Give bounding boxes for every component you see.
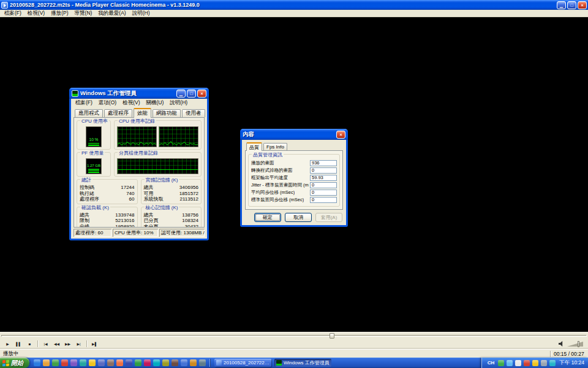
volume-slider[interactable] <box>567 340 583 347</box>
pf-meter-fill <box>88 168 99 173</box>
jitter-field[interactable]: 0 <box>310 182 337 188</box>
field-label: 播放的畫面 <box>251 160 274 166</box>
frames-played-field[interactable]: 936 <box>310 160 337 166</box>
frame-rate-field[interactable]: 59.93 <box>310 175 337 181</box>
status-commit-charge: 認可使用: 1308MB / 5090MB <box>159 229 205 237</box>
std-sync-offset-field[interactable]: 0 <box>310 197 337 203</box>
quicklaunch-icon[interactable] <box>153 359 160 366</box>
stat-row: 未分頁30432 <box>143 224 200 228</box>
fast-forward-button[interactable]: ▶▶ <box>62 340 73 348</box>
frames-dropped-field[interactable]: 0 <box>310 167 337 174</box>
frame-step-button[interactable]: ▶▌ <box>89 340 100 348</box>
play-button[interactable]: ▶ <box>2 340 13 348</box>
quicklaunch-icon[interactable] <box>107 359 114 366</box>
tab-networking[interactable]: 網路功能 <box>153 109 181 117</box>
volume-wedge <box>567 342 583 347</box>
pause-button[interactable]: ▌▌ <box>13 340 24 348</box>
volume-icon[interactable] <box>559 341 565 347</box>
tab-applications[interactable]: 應用程式 <box>75 109 103 117</box>
rewind-button[interactable]: ◀◀ <box>51 340 62 348</box>
quicklaunch-icon[interactable] <box>43 359 50 366</box>
skip-forward-button[interactable]: ▶| <box>74 340 84 348</box>
maximize-button[interactable]: □ <box>567 1 576 9</box>
mpc-window-title: 20100528_202722.m2ts - Media Player Clas… <box>10 2 555 8</box>
stat-value: 740 <box>126 191 134 197</box>
avg-sync-offset-field[interactable]: 0 <box>310 190 337 196</box>
taskmgr-menu-options[interactable]: 選項(O) <box>96 99 119 107</box>
tab-users[interactable]: 使用者 <box>182 109 205 117</box>
mpc-titlebar[interactable]: 20100528_202722.m2ts - Media Player Clas… <box>0 0 588 10</box>
quicklaunch-icon[interactable] <box>80 359 86 366</box>
taskmgr-maximize-button[interactable]: □ <box>187 90 196 98</box>
pf-history-graph <box>117 158 198 174</box>
quicklaunch-icon[interactable] <box>61 359 68 366</box>
field-row: 播放的畫面 936 <box>251 159 337 167</box>
menu-favorites[interactable]: 我的最愛(A) <box>95 10 129 17</box>
quicklaunch-icon[interactable] <box>190 359 197 366</box>
cpu-usage-value: 10 % <box>86 137 101 142</box>
quicklaunch-icon[interactable] <box>34 359 40 366</box>
quicklaunch-icon[interactable] <box>181 359 187 366</box>
tab-quality[interactable]: 品質 <box>246 142 262 151</box>
menu-view[interactable]: 檢視(V) <box>24 10 48 17</box>
tray-icon[interactable] <box>498 360 504 366</box>
taskmgr-statusbar: 處理程序: 60 CPU 使用率: 10% 認可使用: 1308MB / 509… <box>74 228 205 237</box>
tab-processes[interactable]: 處理程序 <box>104 109 132 117</box>
tab-performance[interactable]: 效能 <box>134 108 151 118</box>
taskmgr-titlebar[interactable]: Windows 工作管理員 ▁ □ × <box>69 88 209 99</box>
quicklaunch-icon[interactable] <box>116 359 123 366</box>
field-label: 標準裝置同步位移 (mSec) <box>251 197 304 203</box>
menu-file[interactable]: 檔案(F) <box>1 10 24 17</box>
cpu-meter-fill <box>88 143 99 146</box>
system-tray: CH 下午 10:24 <box>481 358 588 368</box>
menu-play[interactable]: 播放(P) <box>48 10 71 17</box>
quicklaunch-icon[interactable] <box>199 359 206 366</box>
tab-fps-info[interactable]: Fps Info <box>263 143 287 150</box>
tray-icon[interactable] <box>532 360 538 366</box>
stat-label: 總共 <box>144 212 154 218</box>
tray-icon[interactable] <box>524 360 530 366</box>
taskmgr-menu-view[interactable]: 檢視(V) <box>119 99 143 107</box>
tray-icon[interactable] <box>515 360 521 366</box>
taskbar-clock[interactable]: 下午 10:24 <box>558 359 584 367</box>
language-indicator[interactable]: CH <box>486 360 496 366</box>
stop-button[interactable]: ■ <box>24 340 35 348</box>
quicklaunch-icon[interactable] <box>98 359 105 366</box>
quicklaunch-icon[interactable] <box>89 359 96 366</box>
menu-help[interactable]: 說明(H) <box>129 10 153 17</box>
taskmgr-menu-file[interactable]: 檔案(F) <box>72 99 96 107</box>
ok-button[interactable]: 確定 <box>254 213 281 222</box>
start-button[interactable]: 開始 <box>0 358 29 368</box>
skip-back-button[interactable]: |◀ <box>40 340 51 348</box>
cancel-button[interactable]: 取消 <box>285 213 312 222</box>
seek-channel[interactable] <box>1 335 587 337</box>
taskmgr-menu-shutdown[interactable]: 關機(U) <box>143 99 167 107</box>
taskmgr-menu-help[interactable]: 說明(H) <box>167 99 190 107</box>
quicklaunch-icon[interactable] <box>135 359 141 366</box>
seek-bar[interactable] <box>0 332 588 339</box>
taskbar-button-taskmgr[interactable]: Windows 工作管理員 <box>274 359 331 367</box>
taskmgr-minimize-button[interactable]: ▁ <box>176 90 186 98</box>
seek-thumb[interactable] <box>330 333 334 339</box>
dialog-titlebar[interactable]: 內容 × <box>240 129 348 140</box>
cpu-history-graph-1 <box>117 126 157 147</box>
quicklaunch-icon[interactable] <box>52 359 59 366</box>
taskmgr-close-button[interactable]: × <box>197 90 206 98</box>
mpc-menubar: 檔案(F) 檢視(V) 播放(P) 導覽(N) 我的最愛(A) 說明(H) <box>0 10 588 17</box>
pf-history-group: 分頁檔使用量記錄 <box>114 152 202 177</box>
tray-icon[interactable] <box>549 360 556 366</box>
volume-thumb[interactable] <box>578 341 579 347</box>
mpc-app-icon <box>1 2 8 9</box>
tray-icon[interactable] <box>541 360 547 366</box>
tray-icon[interactable] <box>507 360 513 366</box>
close-button[interactable]: × <box>578 1 587 9</box>
dialog-close-button[interactable]: × <box>336 131 345 139</box>
quicklaunch-icon[interactable] <box>144 359 151 366</box>
taskbar-button-mpc[interactable]: 20100528_202722.m... <box>214 359 271 367</box>
quicklaunch-icon[interactable] <box>162 359 169 366</box>
menu-navigate[interactable]: 導覽(N) <box>72 10 96 17</box>
minimize-button[interactable]: ▁ <box>557 1 566 9</box>
quicklaunch-icon[interactable] <box>172 359 178 366</box>
quicklaunch-icon[interactable] <box>126 359 132 366</box>
quicklaunch-icon[interactable] <box>70 359 77 366</box>
